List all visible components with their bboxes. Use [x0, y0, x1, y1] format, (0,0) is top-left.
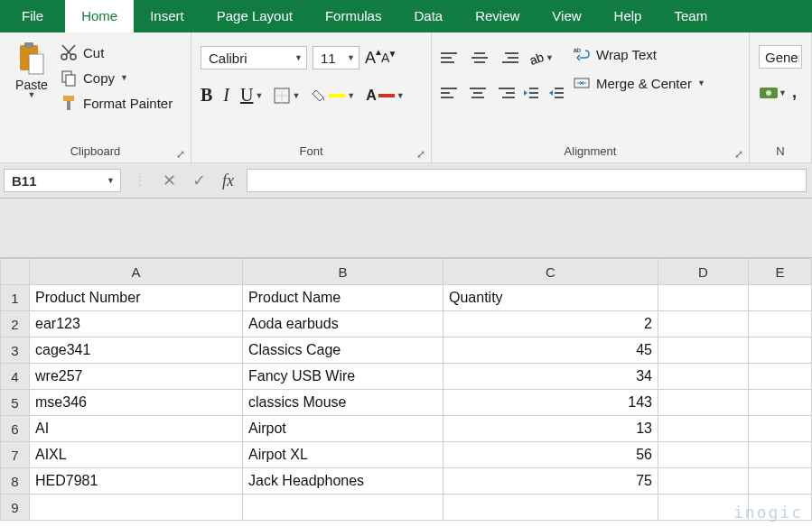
dialog-launcher-icon[interactable]: ⤢ — [733, 148, 745, 161]
select-all-corner[interactable] — [1, 259, 30, 285]
chevron-down-icon[interactable]: ▼ — [107, 176, 115, 185]
cell[interactable]: Fancy USB Wire — [243, 364, 443, 390]
cell[interactable]: Airpot — [243, 416, 443, 442]
col-header-a[interactable]: A — [30, 259, 243, 285]
cell[interactable]: 75 — [443, 468, 658, 495]
font-color-button[interactable]: A▼ — [366, 88, 404, 104]
cell[interactable]: AI — [30, 416, 243, 442]
font-name-select[interactable]: Calibri ▼ — [201, 46, 307, 69]
chevron-down-icon[interactable]: ▼ — [28, 90, 36, 99]
cell[interactable]: Classics Cage — [243, 337, 443, 364]
underline-button[interactable]: U▼ — [240, 85, 263, 106]
align-top-button[interactable] — [441, 48, 461, 68]
cell[interactable]: AIXL — [30, 442, 243, 468]
align-left-button[interactable] — [441, 83, 461, 103]
cell[interactable]: wre257 — [30, 364, 243, 390]
font-size-select[interactable]: 11 ▼ — [313, 46, 359, 69]
cell[interactable]: 143 — [443, 390, 658, 416]
cell[interactable]: Product Name — [243, 285, 443, 311]
cut-button[interactable]: Cut — [60, 43, 173, 61]
number-format-select[interactable]: General — [759, 45, 802, 69]
cell[interactable] — [749, 416, 812, 442]
row-header[interactable]: 8 — [1, 468, 30, 495]
wrap-text-button[interactable]: ab Wrap Text — [573, 45, 705, 63]
cell[interactable]: 13 — [443, 416, 658, 442]
accounting-format-button[interactable]: ▼ — [759, 85, 787, 101]
bold-button[interactable]: B — [201, 85, 212, 106]
cell[interactable]: 34 — [443, 364, 658, 390]
cell[interactable] — [443, 495, 658, 521]
cell[interactable] — [749, 285, 812, 311]
cell[interactable] — [749, 364, 812, 390]
row-header[interactable]: 9 — [1, 495, 30, 521]
cell[interactable]: ear123 — [30, 311, 243, 337]
tab-page-layout[interactable]: Page Layout — [201, 0, 309, 32]
cell[interactable] — [658, 311, 749, 337]
comma-style-button[interactable]: , — [792, 83, 797, 102]
cell[interactable] — [749, 390, 812, 416]
cell[interactable]: Product Number — [30, 285, 243, 311]
italic-button[interactable]: I — [223, 85, 229, 106]
decrease-indent-button[interactable] — [522, 85, 540, 101]
name-box[interactable]: B11 ▼ — [4, 169, 121, 192]
fill-color-button[interactable]: ▼ — [311, 88, 355, 103]
format-painter-button[interactable]: Format Painter — [60, 94, 173, 112]
cell[interactable]: Jack Headphones — [243, 468, 443, 495]
copy-button[interactable]: Copy ▼ — [60, 69, 173, 87]
cell[interactable] — [749, 337, 812, 364]
row-header[interactable]: 1 — [1, 285, 30, 311]
increase-font-icon[interactable]: A▲ — [365, 49, 376, 68]
enter-formula-button[interactable]: ✓ — [192, 171, 206, 190]
tab-help[interactable]: Help — [598, 0, 658, 32]
insert-function-button[interactable]: fx — [222, 171, 234, 190]
align-bottom-button[interactable] — [499, 48, 518, 68]
cell[interactable] — [658, 416, 749, 442]
tab-team[interactable]: Team — [658, 0, 723, 32]
row-header[interactable]: 3 — [1, 337, 30, 364]
cell[interactable] — [658, 468, 749, 495]
tab-home[interactable]: Home — [65, 0, 134, 32]
cell[interactable] — [243, 495, 443, 521]
align-right-button[interactable] — [495, 83, 515, 103]
row-header[interactable]: 5 — [1, 390, 30, 416]
cell[interactable] — [658, 442, 749, 468]
col-header-b[interactable]: B — [243, 259, 443, 285]
formula-bar[interactable] — [247, 169, 807, 192]
row-header[interactable]: 2 — [1, 311, 30, 337]
cell[interactable]: cage341 — [30, 337, 243, 364]
cell[interactable]: Airpot XL — [243, 442, 443, 468]
tab-file[interactable]: File — [0, 0, 65, 32]
row-header[interactable]: 7 — [1, 442, 30, 468]
cell[interactable]: classics Mouse — [243, 390, 443, 416]
tab-view[interactable]: View — [536, 0, 597, 32]
merge-center-button[interactable]: Merge & Center ▼ — [573, 74, 705, 92]
tab-review[interactable]: Review — [459, 0, 536, 32]
cell[interactable]: 56 — [443, 442, 658, 468]
cell[interactable] — [749, 311, 812, 337]
col-header-d[interactable]: D — [658, 259, 749, 285]
dialog-launcher-icon[interactable]: ⤢ — [174, 148, 187, 161]
col-header-e[interactable]: E — [749, 259, 812, 285]
cell[interactable] — [658, 364, 749, 390]
cell[interactable]: 2 — [443, 311, 658, 337]
chevron-down-icon[interactable]: ▼ — [120, 73, 128, 82]
tab-insert[interactable]: Insert — [134, 0, 201, 32]
tab-formulas[interactable]: Formulas — [309, 0, 398, 32]
decrease-font-icon[interactable]: A▼ — [381, 51, 389, 65]
borders-button[interactable]: ▼ — [274, 88, 300, 104]
cancel-formula-button[interactable]: ✕ — [163, 171, 176, 190]
cell[interactable] — [30, 495, 243, 521]
cell[interactable]: Aoda earbuds — [243, 311, 443, 337]
row-header[interactable]: 6 — [1, 416, 30, 442]
cell[interactable] — [749, 442, 812, 468]
cell[interactable]: mse346 — [30, 390, 243, 416]
increase-indent-button[interactable] — [547, 85, 565, 101]
cell[interactable]: HED7981 — [30, 468, 243, 495]
cell[interactable] — [749, 468, 812, 495]
row-header[interactable]: 4 — [1, 364, 30, 390]
col-header-c[interactable]: C — [443, 259, 658, 285]
cell[interactable] — [658, 337, 749, 364]
cell[interactable] — [658, 390, 749, 416]
cell[interactable] — [658, 285, 749, 311]
tab-data[interactable]: Data — [397, 0, 459, 32]
